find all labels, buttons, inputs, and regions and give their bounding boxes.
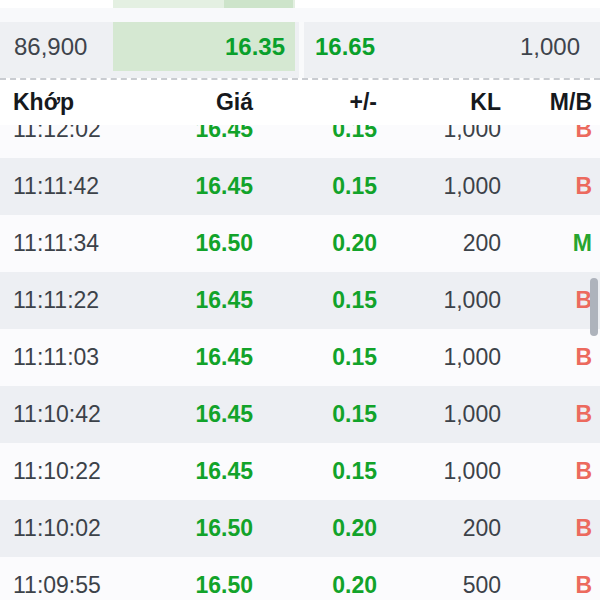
cell-volume: 1,000 (377, 344, 501, 371)
cell-time: 11:11:22 (0, 287, 140, 314)
table-row: 11:11:3416.500.20200M (0, 215, 600, 272)
cell-price: 16.45 (140, 401, 253, 428)
cell-time: 11:10:22 (0, 458, 140, 485)
cell-side: B (501, 515, 600, 542)
header-kl: KL (377, 89, 501, 116)
cell-time: 11:10:02 (0, 515, 140, 542)
bid-price-cell[interactable]: 16.35 (113, 22, 295, 71)
cell-volume: 1,000 (377, 401, 501, 428)
cell-volume: 1,000 (377, 458, 501, 485)
cell-price: 16.45 (140, 344, 253, 371)
header-mb: M/B (501, 89, 600, 116)
header-change: +/- (253, 89, 377, 116)
cell-side: B (501, 287, 600, 314)
ask-volume: 1,000 (520, 22, 580, 71)
cell-price: 16.50 (140, 230, 253, 257)
table-row: 11:09:5516.500.20500B (0, 557, 600, 600)
cell-time: 11:11:42 (0, 173, 140, 200)
table-row: 11:10:2216.450.151,000B (0, 443, 600, 500)
column-gap (299, 0, 304, 8)
cell-side: B (501, 572, 600, 599)
header-gia: Giá (140, 89, 253, 116)
cell-side: B (501, 344, 600, 371)
trade-rows[interactable]: 11:12:0216.450.151,000B11:11:4216.450.15… (0, 101, 600, 600)
cell-time: 11:11:03 (0, 344, 140, 371)
quote-spacer (0, 8, 600, 22)
cell-side: M (501, 230, 600, 257)
table-row: 11:10:4216.450.151,000B (0, 386, 600, 443)
highlight-cell-stub-dark (224, 0, 293, 8)
bid-volume: 86,900 (14, 22, 87, 71)
header-khop: Khớp (0, 89, 140, 116)
match-table-header: Khớp Giá +/- KL M/B (0, 80, 600, 125)
cell-change: 0.15 (253, 173, 377, 200)
cell-price: 16.45 (140, 173, 253, 200)
table-row: 11:11:0316.450.151,000B (0, 329, 600, 386)
table-row: 11:11:4216.450.151,000B (0, 158, 600, 215)
cell-time: 11:11:34 (0, 230, 140, 257)
cell-volume: 1,000 (377, 287, 501, 314)
bid-price: 16.35 (225, 33, 295, 60)
cell-change: 0.15 (253, 344, 377, 371)
cell-volume: 200 (377, 230, 501, 257)
cell-volume: 500 (377, 572, 501, 599)
cell-change: 0.15 (253, 401, 377, 428)
quote-row-partial (0, 0, 600, 8)
table-row: 11:11:2216.450.151,000B (0, 272, 600, 329)
cell-side: B (501, 458, 600, 485)
cell-change: 0.15 (253, 287, 377, 314)
quote-row: 86,900 16.35 16.65 1,000 (0, 22, 600, 78)
bid-side: 86,900 16.35 (0, 22, 299, 78)
cell-change: 0.20 (253, 515, 377, 542)
cell-volume: 200 (377, 515, 501, 542)
cell-change: 0.20 (253, 230, 377, 257)
cell-price: 16.50 (140, 572, 253, 599)
cell-time: 11:09:55 (0, 572, 140, 599)
ask-price[interactable]: 16.65 (315, 22, 375, 71)
cell-price: 16.50 (140, 515, 253, 542)
cell-time: 11:10:42 (0, 401, 140, 428)
trading-panel: 86,900 16.35 16.65 1,000 Khớp Giá +/- KL… (0, 0, 600, 600)
cell-side: B (501, 401, 600, 428)
cell-change: 0.15 (253, 458, 377, 485)
cell-volume: 1,000 (377, 173, 501, 200)
cell-price: 16.45 (140, 287, 253, 314)
cell-side: B (501, 173, 600, 200)
ask-side: 16.65 1,000 (304, 22, 600, 78)
scrollbar-thumb[interactable] (590, 278, 598, 336)
cell-price: 16.45 (140, 458, 253, 485)
table-row: 11:10:0216.500.20200B (0, 500, 600, 557)
cell-change: 0.20 (253, 572, 377, 599)
